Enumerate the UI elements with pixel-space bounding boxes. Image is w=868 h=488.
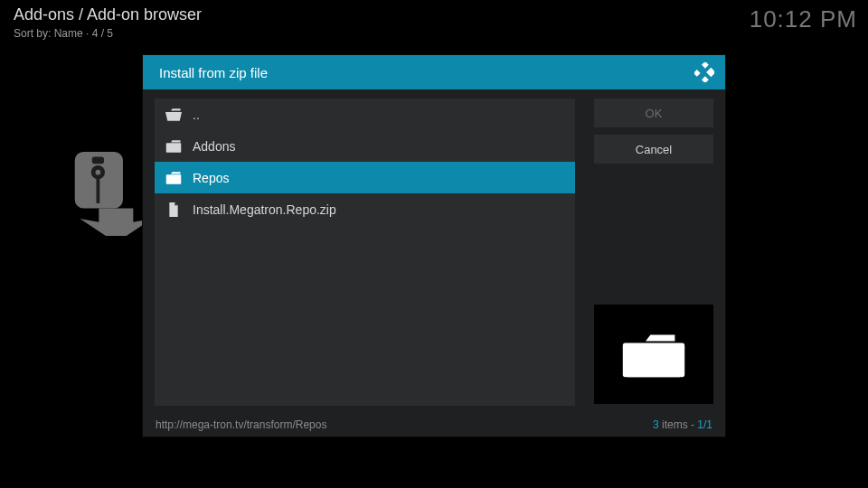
svg-rect-8 — [706, 68, 714, 77]
clock: 10:12 PM — [750, 5, 857, 33]
svg-rect-9 — [166, 143, 182, 153]
folder-icon — [165, 171, 182, 185]
kodi-logo-icon — [694, 62, 714, 82]
svg-rect-1 — [92, 157, 104, 164]
current-path: http://mega-tron.tv/transform/Repos — [156, 418, 653, 431]
item-count: 3 items - 1/1 — [653, 418, 712, 431]
dialog-footer: http://mega-tron.tv/transform/Repos 3 it… — [143, 413, 725, 436]
file-name: Addons — [193, 139, 235, 154]
file-row[interactable]: Addons — [155, 130, 575, 162]
folder-preview-icon — [621, 328, 686, 380]
dialog-title: Install from zip file — [159, 65, 694, 80]
file-list: .. Addons Repos Install.Megatron.Repo.zi… — [155, 99, 575, 406]
breadcrumb: Add-ons / Add-on browser — [14, 5, 202, 24]
install-zip-dialog: Install from zip file .. Addons Repos In… — [142, 54, 726, 437]
ok-button[interactable]: OK — [594, 99, 713, 127]
svg-rect-6 — [694, 70, 701, 77]
file-row[interactable]: .. — [155, 99, 575, 130]
file-row[interactable]: Install.Megatron.Repo.zip — [155, 193, 575, 225]
svg-rect-10 — [166, 174, 182, 184]
svg-rect-3 — [97, 177, 100, 203]
svg-point-4 — [96, 170, 101, 175]
file-icon — [165, 202, 182, 217]
svg-rect-5 — [702, 62, 709, 69]
cancel-button[interactable]: Cancel — [594, 135, 713, 164]
file-name: Install.Megatron.Repo.zip — [193, 202, 336, 217]
file-name: .. — [193, 108, 200, 122]
preview-tile — [594, 305, 713, 404]
sort-line: Sort by: Name · 4 / 5 — [14, 27, 113, 40]
svg-rect-7 — [702, 76, 709, 82]
file-name: Repos — [193, 171, 229, 185]
file-row[interactable]: Repos — [155, 162, 575, 193]
folder-open-icon — [165, 108, 182, 122]
dialog-header: Install from zip file — [143, 55, 725, 89]
folder-icon — [165, 139, 182, 154]
